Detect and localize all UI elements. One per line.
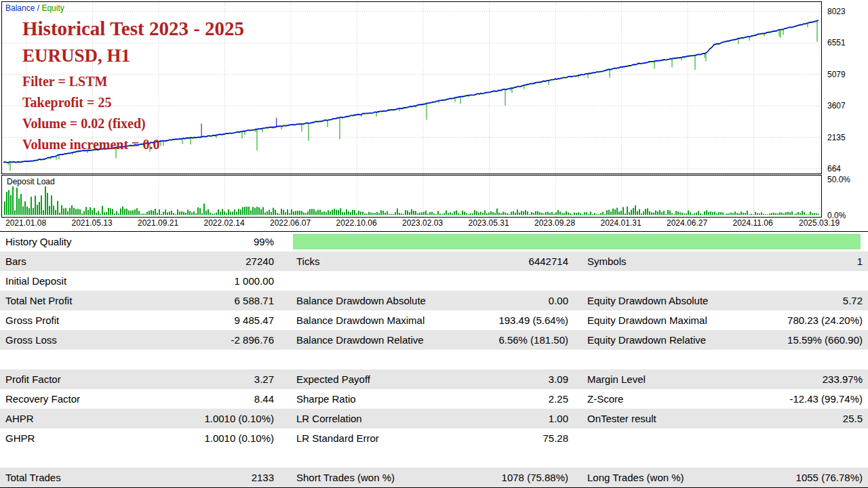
stat-label: Z-Score bbox=[570, 389, 760, 409]
annotation-line: Takeprofit = 25 bbox=[22, 95, 244, 110]
stat-label: Gross Profit bbox=[0, 310, 176, 330]
x-axis-tick: 2022.10.06 bbox=[336, 218, 377, 228]
stat-value: 1.0010 (0.10%) bbox=[176, 428, 275, 448]
stat-value: -2 896.76 bbox=[176, 330, 275, 350]
stat-value: 6442714 bbox=[469, 251, 570, 271]
stats-row: Profit Factor3.27Expected Payoff3.09Marg… bbox=[0, 369, 868, 389]
stat-value bbox=[469, 350, 570, 369]
stats-row: AHPR1.0010 (0.10%)LR Correlation1.00OnTe… bbox=[0, 409, 868, 428]
stat-label: Bars bbox=[0, 251, 176, 271]
stat-value: 233.97% bbox=[760, 369, 868, 389]
stat-value bbox=[760, 350, 868, 369]
stats-row: Total Net Profit6 588.71Balance Drawdown… bbox=[0, 291, 868, 310]
stat-label: Balance Drawdown Relative bbox=[275, 330, 469, 350]
stat-label: GHPR bbox=[0, 428, 176, 448]
stat-label: OnTester result bbox=[570, 409, 760, 428]
stat-label: AHPR bbox=[0, 409, 176, 428]
stat-label: Equity Drawdown Maximal bbox=[570, 310, 760, 330]
stat-label bbox=[0, 350, 176, 369]
stat-value bbox=[760, 448, 868, 468]
chart-annotations: Historical Test 2023 - 2025 EURUSD, H1 F… bbox=[22, 18, 244, 158]
stat-label: LR Correlation bbox=[275, 409, 469, 428]
y-axis-tick: 2135 bbox=[827, 133, 846, 142]
stat-value: 6.56% (181.50) bbox=[469, 330, 570, 350]
stat-value bbox=[469, 271, 570, 291]
y-axis-tick: 3607 bbox=[827, 101, 846, 110]
stat-label bbox=[275, 271, 469, 291]
y-axis-tick: 8023 bbox=[827, 7, 846, 16]
stat-label: Equity Drawdown Absolute bbox=[570, 291, 760, 310]
stat-label: Equity Drawdown Relative bbox=[570, 330, 760, 350]
stats-row bbox=[0, 350, 868, 369]
chart-legend: Balance / Equity bbox=[5, 3, 64, 13]
stat-value bbox=[469, 448, 570, 468]
y-axis-tick: 5079 bbox=[827, 70, 846, 79]
stat-value: 1.0010 (0.10%) bbox=[176, 409, 275, 428]
legend-equity: Equity bbox=[41, 3, 64, 13]
x-axis-tick: 2023.09.28 bbox=[534, 218, 575, 228]
x-axis-tick: 2024.06.27 bbox=[667, 218, 707, 228]
x-axis-tick: 2021.01.08 bbox=[5, 218, 46, 228]
stat-value bbox=[176, 350, 275, 369]
y-axis-tick: 6551 bbox=[827, 38, 846, 47]
stat-label: Total Trades bbox=[0, 468, 176, 487]
stat-label: LR Standard Error bbox=[275, 428, 469, 448]
annotation-title: Historical Test 2023 - 2025 bbox=[22, 18, 244, 40]
stat-label bbox=[275, 448, 469, 468]
stat-label: Balance Drawdown Absolute bbox=[275, 291, 469, 310]
stat-value: 9 485.47 bbox=[176, 310, 275, 330]
stats-row: Total Trades2133Short Trades (won %)1078… bbox=[0, 468, 868, 487]
annotation-parameter-lines: Filter = LSTMTakeprofit = 25Volume = 0.0… bbox=[22, 74, 244, 152]
stat-label: Profit Factor bbox=[0, 369, 176, 389]
stat-label: Gross Loss bbox=[0, 330, 176, 350]
stat-label bbox=[0, 448, 176, 468]
stat-value: 1 000.00 bbox=[176, 271, 275, 291]
legend-balance: Balance bbox=[5, 3, 35, 13]
x-axis-tick: 2022.06.07 bbox=[270, 218, 311, 228]
stat-value: 0.00 bbox=[469, 291, 570, 310]
stat-label: Recovery Factor bbox=[0, 389, 176, 409]
stat-label bbox=[570, 350, 760, 369]
stats-row: Gross Loss-2 896.76Balance Drawdown Rela… bbox=[0, 330, 868, 350]
strategy-tester-report: Balance / Equity Historical Test 2023 - … bbox=[0, 0, 868, 488]
stat-value bbox=[760, 428, 868, 448]
x-axis-tick: 2023.02.03 bbox=[402, 218, 443, 228]
stats-row: History Quality99% bbox=[0, 232, 868, 251]
stat-label bbox=[570, 448, 760, 468]
x-axis-tick: 2022.02.14 bbox=[204, 218, 245, 228]
annotation-line: Volume increment = 0.0 bbox=[22, 137, 244, 152]
x-axis-tick: 2021.05.13 bbox=[72, 218, 113, 228]
stat-value: 1078 (75.88%) bbox=[469, 468, 570, 487]
stat-label: History Quality bbox=[0, 232, 176, 251]
x-axis-tick: 2024.01.31 bbox=[601, 218, 642, 228]
stats-row: Initial Deposit1 000.00 bbox=[0, 271, 868, 291]
stats-row: Gross Profit9 485.47Balance Drawdown Max… bbox=[0, 310, 868, 330]
annotation-symbol: EURUSD, H1 bbox=[22, 45, 244, 66]
stat-value: -12.43 (99.74%) bbox=[760, 389, 868, 409]
stat-label bbox=[570, 271, 760, 291]
stat-label: Short Trades (won %) bbox=[275, 468, 469, 487]
stat-label bbox=[570, 428, 760, 448]
stat-value: 780.23 (24.20%) bbox=[760, 310, 868, 330]
x-axis-tick: 2023.05.31 bbox=[469, 218, 509, 228]
stat-label: Margin Level bbox=[570, 369, 760, 389]
stat-value: 1 bbox=[760, 251, 868, 271]
stat-value: 99% bbox=[176, 232, 275, 251]
deposit-load-label: Deposit Load bbox=[5, 177, 56, 186]
stats-row: GHPR1.0010 (0.10%)LR Standard Error75.28 bbox=[0, 428, 868, 448]
legend-separator: / bbox=[35, 3, 41, 13]
annotation-line: Volume = 0.02 (fixed) bbox=[22, 116, 244, 131]
stat-value: 3.09 bbox=[469, 369, 570, 389]
deposit-load-chart[interactable] bbox=[1, 175, 822, 218]
stat-value bbox=[176, 448, 275, 468]
stat-value: 15.59% (660.90) bbox=[760, 330, 868, 350]
deposit-load-max-label: 50.0% bbox=[827, 175, 850, 184]
stat-value: 25.5 bbox=[760, 409, 868, 428]
stat-label: Total Net Profit bbox=[0, 291, 176, 310]
stat-value bbox=[760, 271, 868, 291]
annotation-line: Filter = LSTM bbox=[22, 74, 244, 89]
stat-label: Balance Drawdown Maximal bbox=[275, 310, 469, 330]
stat-value: 8.44 bbox=[176, 389, 275, 409]
x-axis-tick: 2024.11.06 bbox=[733, 218, 773, 228]
statistics-table: History Quality99%Bars27240Ticks6442714S… bbox=[0, 231, 868, 488]
